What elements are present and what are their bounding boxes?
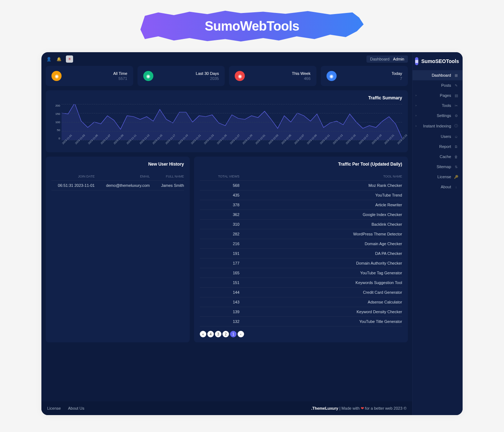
nav-label: Tools [442, 103, 451, 108]
stat-value: 5571 [113, 76, 127, 81]
page-button[interactable]: 3 [215, 331, 221, 337]
nav-label: Cache [440, 154, 451, 159]
nav-label: Settings [437, 113, 451, 118]
chevron-icon: › [415, 114, 417, 117]
page-button[interactable]: 2 [222, 331, 229, 337]
chevron-icon: › [415, 104, 417, 107]
topbar: 👤 🔔 ☀ Dashboard Admin [41, 52, 412, 66]
hero-banner: SumoWebTools [0, 0, 504, 52]
sidebar-item-tools[interactable]: ›Tools✂ [413, 100, 463, 111]
nav-label: Instant Indexing [423, 124, 451, 128]
table-row: 06:51:31 2023-11-01demo@themeluxury.comJ… [51, 181, 184, 190]
stat-label: This Week [292, 71, 311, 76]
pagination: «4321‹ [200, 331, 402, 337]
table-row: 310Backlink Checker [200, 220, 402, 229]
nav-label: About [441, 185, 451, 189]
nav-label: Report [439, 144, 451, 149]
brand-name: SumoSEOTools [421, 58, 459, 64]
footer-credit: .ThemeLuxury | Made with ❤ for a better … [311, 406, 406, 411]
stat-card-this-week: ◉This Week466 [229, 66, 316, 86]
page-button[interactable]: « [200, 331, 206, 337]
stat-card-last-30-days: ◉Last 30 Days2035 [138, 66, 225, 86]
y-tick: 0 [51, 137, 60, 140]
traffic-summary-title: Traffic Summary [51, 95, 402, 100]
nav-label: Dashboard [432, 73, 451, 77]
user-history-card: New User History JOIN DATE EMAIL FULL NA… [46, 157, 190, 342]
stat-icon: ◉ [143, 71, 153, 81]
page-button[interactable]: 1 [230, 331, 237, 337]
theme-toggle-icon[interactable]: ☀ [66, 55, 73, 63]
nav-icon: ⊞ [454, 73, 458, 77]
table-row: 144Credit Card Generator [200, 288, 402, 297]
th-views: TOTAL VIEWS [200, 175, 239, 178]
sidebar-item-posts[interactable]: Posts✎ [413, 80, 463, 90]
stat-label: Today [392, 71, 402, 76]
nav-icon: ✂ [454, 104, 458, 108]
stat-icon: ◉ [235, 71, 245, 81]
footer: License About Us .ThemeLuxury | Made wit… [41, 401, 412, 415]
nav-label: Sitemap [437, 165, 451, 169]
footer-about-link[interactable]: About Us [68, 406, 84, 410]
sidebar-item-report[interactable]: Report🗎 [413, 141, 463, 152]
tool-traffic-card: Traffic Per Tool (Updated Daily) TOTAL V… [194, 157, 408, 342]
stat-label: All Time [113, 71, 127, 76]
breadcrumb-current: Admin [393, 57, 404, 61]
table-row: 151Keywords Suggestion Tool [200, 278, 402, 288]
stat-label: Last 30 Days [196, 71, 219, 76]
nav-icon: 🔑 [454, 175, 458, 179]
stat-value: 7 [392, 76, 402, 81]
stat-value: 2035 [196, 76, 219, 81]
breadcrumb[interactable]: Dashboard Admin [366, 55, 408, 63]
stat-card-today: ◉Today7 [321, 66, 408, 86]
nav-icon: ⚙ [454, 114, 458, 118]
sidebar-item-cache[interactable]: Cache🗑 [413, 152, 463, 162]
y-tick: 200 [51, 104, 60, 107]
sidebar-item-sitemap[interactable]: Sitemap⇅ [413, 162, 463, 172]
user-history-title: New User History [51, 162, 184, 167]
sidebar-item-dashboard[interactable]: Dashboard⊞ [413, 70, 463, 80]
nav-label: Posts [441, 83, 451, 87]
sidebar-item-license[interactable]: License🔑 [413, 172, 463, 182]
footer-license-link[interactable]: License [47, 406, 61, 410]
tool-traffic-title: Traffic Per Tool (Updated Daily) [200, 162, 402, 167]
table-row: 378Article Rewriter [200, 200, 402, 210]
y-tick: 150 [51, 112, 60, 116]
nav-label: Pages [440, 93, 451, 98]
th-join: JOIN DATE [51, 175, 95, 178]
user-icon[interactable]: 👤 [46, 56, 52, 62]
nav-icon: ⓘ [454, 123, 458, 129]
y-tick: 100 [51, 121, 60, 124]
traffic-summary-card: Traffic Summary 200150100500 2023-11-012… [46, 90, 408, 152]
bell-icon[interactable]: 🔔 [56, 56, 62, 62]
table-row: 165YouTube Tag Generator [200, 268, 402, 278]
nav-icon: ⇅ [454, 165, 458, 169]
nav-icon: 🗎 [454, 145, 458, 149]
sidebar-item-about[interactable]: About↓ [413, 182, 463, 192]
page-button[interactable]: ‹ [238, 331, 244, 337]
nav-icon: ✎ [454, 84, 458, 87]
breadcrumb-root: Dashboard [370, 57, 390, 61]
stat-icon: ◉ [327, 71, 337, 81]
table-row: 282WordPress Theme Detector [200, 229, 402, 239]
sidebar-item-users[interactable]: Users☺ [413, 131, 463, 141]
sidebar-item-settings[interactable]: ›Settings⚙ [413, 111, 463, 121]
stat-card-all-time: ◉All Time5571 [46, 66, 133, 86]
nav-icon: ▤ [454, 94, 458, 98]
page-button[interactable]: 4 [207, 331, 214, 337]
sidebar-item-pages[interactable]: ›Pages▤ [413, 90, 463, 100]
table-row: 216Domain Age Checker [200, 239, 402, 249]
y-tick: 50 [51, 129, 60, 132]
table-row: 435YouTube Trend [200, 190, 402, 200]
nav-label: License [437, 175, 451, 179]
heart-icon: ❤ [361, 406, 364, 410]
brand[interactable]: SumoSEOTools ⊞ [413, 52, 463, 70]
sidebar: SumoSEOTools ⊞ Dashboard⊞Posts✎›Pages▤›T… [412, 52, 463, 415]
table-row: 139Keyword Density Checker [200, 307, 402, 317]
th-name: FULL NAME [150, 175, 184, 178]
chevron-icon: › [415, 124, 417, 128]
table-row: 177Domain Authority Checker [200, 258, 402, 268]
sidebar-item-instant-indexing[interactable]: ›Instant Indexingⓘ [413, 121, 463, 131]
stat-icon: ◉ [51, 71, 62, 81]
table-row: 143Adsense Calculator [200, 297, 402, 307]
th-email: EMAIL [95, 175, 150, 178]
